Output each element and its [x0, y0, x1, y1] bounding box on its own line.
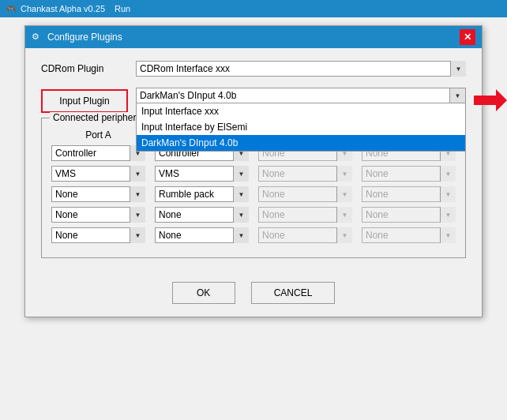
app-title: Chankast Alpha v0.25 [21, 4, 105, 13]
input-select-trigger[interactable]: DarkMan's DInput 4.0b ▼ [136, 88, 466, 103]
dialog-icon: ⚙ [32, 32, 43, 43]
port-a-slot2-wrap: None ▼ [51, 186, 145, 202]
dialog-overlay: ⚙ Configure Plugins ✕ CDRom Plugin CDRom… [0, 17, 507, 420]
cdrom-plugin-row: CDRom Plugin CDRom Interface xxx ▼ [41, 61, 466, 77]
dropdown-item-0[interactable]: Input Interface xxx [137, 103, 465, 119]
port-d-slot2-select[interactable]: None [362, 186, 456, 202]
main-window: ⚙ Configure Plugins ✕ CDRom Plugin CDRom… [0, 17, 507, 420]
cdrom-select-wrap: CDRom Interface xxx ▼ [136, 61, 466, 77]
port-a-header: Port A [51, 129, 145, 141]
port-c-slot4-wrap: None ▼ [258, 227, 352, 243]
taskbar: 🎮 Chankast Alpha v0.25 Run [0, 0, 507, 17]
port-b-slot2-wrap: Rumble pack ▼ [155, 186, 249, 202]
port-c-slot4-select[interactable]: None [258, 227, 352, 243]
port-c-slot1-wrap: None ▼ [258, 166, 352, 182]
dialog-titlebar: ⚙ Configure Plugins ✕ [25, 26, 482, 48]
port-a-slot4-wrap: None ▼ [51, 227, 145, 243]
input-dropdown-list: Input Interface xxx Input Interface by E… [136, 103, 466, 152]
dialog-title: Configure Plugins [47, 32, 122, 43]
ok-button[interactable]: OK [172, 282, 235, 304]
port-a-slot4-select[interactable]: None [51, 227, 145, 243]
svg-marker-0 [474, 89, 507, 111]
port-b-slot3-wrap: None ▼ [155, 207, 249, 223]
input-plugin-dropdown[interactable]: DarkMan's DInput 4.0b ▼ Input Interface … [136, 88, 466, 103]
port-d-slot1-select[interactable]: None [362, 166, 456, 182]
port-d-slot1-wrap: None ▼ [362, 166, 456, 182]
port-a-slot1-select[interactable]: VMS [51, 166, 145, 182]
port-a-slot3-select[interactable]: None [51, 207, 145, 223]
cancel-button[interactable]: CANCEL [251, 282, 336, 304]
port-d-slot4-wrap: None ▼ [362, 227, 456, 243]
port-b-slot4-select[interactable]: None [155, 227, 249, 243]
port-a-main-select[interactable]: Controller [51, 145, 145, 161]
port-d-slot3-wrap: None ▼ [362, 207, 456, 223]
input-plugin-row: Input Plugin DarkMan's DInput 4.0b ▼ Inp… [41, 88, 466, 113]
port-d-slot2-wrap: None ▼ [362, 186, 456, 202]
dialog-body: CDRom Plugin CDRom Interface xxx ▼ Input… [25, 48, 482, 271]
port-b-slot2-select[interactable]: Rumble pack [155, 186, 249, 202]
cdrom-label: CDRom Plugin [41, 63, 136, 74]
port-a-col: Port A Controller ▼ VMS [51, 129, 145, 248]
input-select-arrow: ▼ [449, 88, 465, 103]
app-icon: 🎮 [5, 2, 17, 15]
cdrom-select[interactable]: CDRom Interface xxx [136, 61, 466, 77]
configure-plugins-dialog: ⚙ Configure Plugins ✕ CDRom Plugin CDRom… [24, 25, 483, 317]
dropdown-item-2[interactable]: DarkMan's DInput 4.0b [137, 135, 465, 151]
port-a-slot1-wrap: VMS ▼ [51, 166, 145, 182]
selection-arrow [474, 89, 507, 114]
port-a-slot2-select[interactable]: None [51, 186, 145, 202]
port-b-slot3-select[interactable]: None [155, 207, 249, 223]
dropdown-item-1[interactable]: Input Interface by ElSemi [137, 119, 465, 135]
port-a-slot3-wrap: None ▼ [51, 207, 145, 223]
port-c-slot1-select[interactable]: None [258, 166, 352, 182]
port-d-slot4-select[interactable]: None [362, 227, 456, 243]
close-button[interactable]: ✕ [460, 29, 475, 45]
port-c-slot2-select[interactable]: None [258, 186, 352, 202]
port-b-slot1-wrap: VMS ▼ [155, 166, 249, 182]
menu-run[interactable]: Run [115, 4, 130, 13]
port-b-slot1-select[interactable]: VMS [155, 166, 249, 182]
dialog-buttons: OK CANCEL [25, 271, 482, 317]
port-c-slot3-select[interactable]: None [258, 207, 352, 223]
port-a-main-wrap: Controller ▼ [51, 145, 145, 161]
input-plugin-label: Input Plugin [41, 89, 128, 113]
port-c-slot3-wrap: None ▼ [258, 207, 352, 223]
port-c-slot2-wrap: None ▼ [258, 186, 352, 202]
port-b-slot4-wrap: None ▼ [155, 227, 249, 243]
port-d-slot3-select[interactable]: None [362, 207, 456, 223]
